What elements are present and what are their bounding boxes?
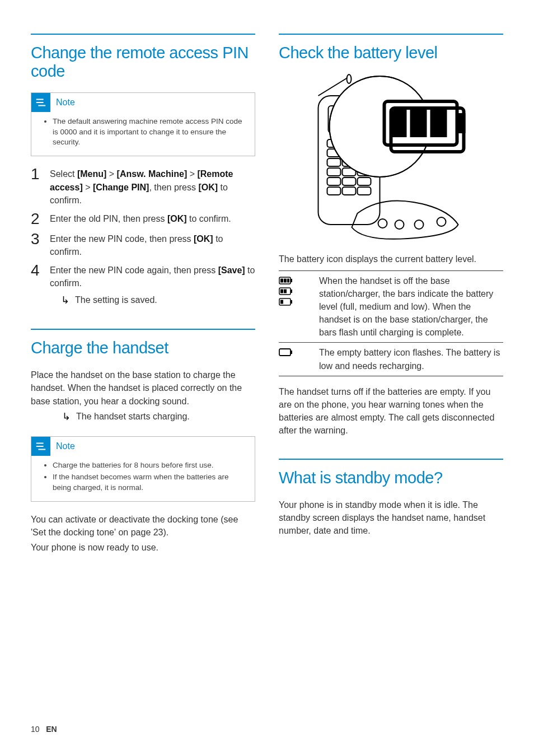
svg-point-23 (395, 220, 404, 229)
paragraph: Your phone is now ready to use. (31, 541, 255, 554)
heading-standby-mode: What is standby mode? (279, 459, 503, 487)
svg-rect-37 (284, 278, 287, 282)
svg-rect-13 (327, 168, 341, 176)
section-standby-mode: What is standby mode? Your phone is in s… (279, 459, 503, 538)
page-lang: EN (46, 725, 57, 734)
svg-rect-41 (280, 289, 283, 293)
result-text: The handset starts charging. (76, 410, 190, 423)
svg-point-24 (415, 220, 424, 229)
svg-rect-18 (358, 178, 371, 185)
battery-full-icon (279, 277, 319, 285)
note-item: If the handset becomes warm when the bat… (53, 472, 247, 493)
table-row: When the handset is off the base station… (279, 270, 503, 343)
battery-table: When the handset is off the base station… (279, 270, 503, 376)
note-icon (31, 437, 50, 456)
heading-charge-handset: Charge the handset (31, 329, 255, 357)
step: Enter the old PIN, then press [OK] to co… (31, 212, 255, 227)
battery-empty-icon (279, 348, 319, 357)
svg-rect-35 (291, 279, 292, 282)
note-icon (31, 93, 50, 112)
steps-list: Select [Menu] > [Answ. Machine] > [Remot… (31, 167, 255, 307)
paragraph: Place the handset on the base station to… (31, 368, 255, 408)
result-arrow-icon: ↳ (62, 410, 71, 424)
battery-icons-col (279, 346, 319, 372)
paragraph: The handset turns off if the batteries a… (279, 385, 503, 437)
svg-rect-40 (291, 290, 292, 293)
svg-rect-42 (284, 289, 287, 293)
svg-point-3 (347, 74, 352, 83)
step: Enter the new PIN code, then press [OK] … (31, 232, 255, 258)
svg-rect-10 (327, 158, 341, 166)
table-cell: The empty battery icon flashes. The batt… (319, 346, 503, 372)
paragraph: Your phone is in standby mode when it is… (279, 498, 503, 538)
paragraph: You can activate or deactivate the docki… (31, 513, 255, 539)
result-arrow-icon: ↳ (61, 293, 69, 307)
step: Enter the new PIN code again, then press… (31, 264, 255, 307)
section-battery-level: Check the battery level (279, 34, 503, 437)
note-label: Note (56, 97, 75, 108)
svg-rect-36 (280, 278, 283, 282)
battery-low-icon (279, 298, 319, 306)
result-text: The setting is saved. (75, 293, 157, 306)
svg-rect-20 (343, 187, 356, 195)
svg-rect-19 (327, 187, 341, 195)
svg-rect-16 (327, 178, 341, 185)
section-change-pin: Change the remote access PIN code Note T… (31, 34, 255, 307)
svg-point-25 (437, 217, 446, 226)
battery-medium-icon (279, 287, 319, 296)
note-label: Note (56, 441, 75, 451)
svg-rect-17 (343, 178, 356, 185)
table-cell: When the handset is off the base station… (319, 274, 503, 339)
svg-rect-45 (280, 300, 283, 304)
battery-icons-col (279, 274, 319, 339)
heading-battery-level: Check the battery level (279, 34, 503, 62)
note-item: Charge the batteries for 8 hours before … (53, 460, 247, 471)
note-item: The default answering machine remote acc… (53, 116, 247, 148)
svg-rect-38 (287, 278, 289, 282)
page-footer: 10 EN (31, 725, 57, 734)
step: Select [Menu] > [Answ. Machine] > [Remot… (31, 167, 255, 207)
svg-rect-31 (410, 109, 427, 137)
svg-rect-21 (358, 187, 371, 195)
svg-rect-46 (279, 349, 291, 356)
handset-battery-illustration (279, 73, 503, 241)
note-box: Note The default answering machine remot… (31, 92, 255, 157)
svg-rect-32 (430, 109, 447, 137)
table-row: The empty battery icon flashes. The batt… (279, 342, 503, 376)
heading-change-pin: Change the remote access PIN code (31, 34, 255, 81)
page-number: 10 (31, 725, 40, 734)
svg-rect-44 (291, 300, 292, 304)
svg-point-22 (378, 219, 387, 228)
svg-rect-47 (291, 351, 292, 354)
note-box: Note Charge the batteries for 8 hours be… (31, 436, 255, 502)
paragraph: The battery icon displays the current ba… (279, 253, 503, 265)
section-charge-handset: Charge the handset Place the handset on … (31, 329, 255, 554)
